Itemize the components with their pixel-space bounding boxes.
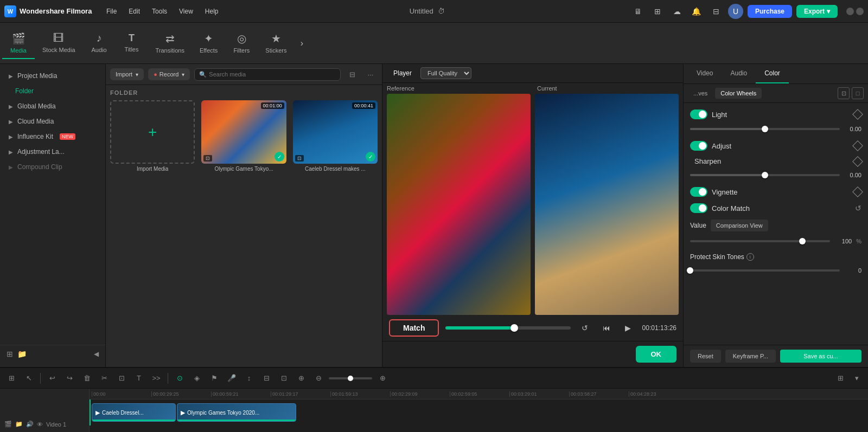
search-input[interactable] bbox=[209, 71, 336, 78]
tl-more-icon[interactable]: >> bbox=[149, 371, 163, 385]
caeleb-card[interactable]: 00:00:41 ✓ ⊡ Caeleb Dressel makes ... bbox=[293, 100, 378, 172]
protect-slider[interactable] bbox=[690, 269, 840, 272]
tl-clip-olympic[interactable]: ▶ Olympic Games Tokyo 2020... bbox=[177, 403, 296, 422]
sub-tab-color-wheels[interactable]: Color Wheels bbox=[715, 88, 762, 99]
grid-icon[interactable]: ⊞ bbox=[650, 4, 665, 19]
vignette-toggle[interactable] bbox=[690, 187, 707, 197]
slider-thumb[interactable] bbox=[510, 324, 518, 332]
protect-info-icon[interactable]: i bbox=[746, 253, 754, 261]
filter-icon[interactable]: ⊟ bbox=[345, 67, 359, 81]
menu-tools[interactable]: Tools bbox=[146, 5, 173, 17]
step-back-button[interactable]: ⏮ bbox=[599, 320, 614, 336]
tl-clip-icon[interactable]: ⊕ bbox=[294, 371, 308, 385]
player-tab[interactable]: Player bbox=[389, 67, 416, 79]
light-keyframe-icon[interactable] bbox=[852, 109, 863, 120]
tl-crop-icon[interactable]: ⊡ bbox=[114, 371, 129, 385]
tab-media[interactable]: 🎬 Media bbox=[2, 28, 35, 59]
tl-zoom-track[interactable] bbox=[329, 377, 372, 379]
tl-text-icon[interactable]: T bbox=[132, 371, 146, 385]
preview-slider[interactable] bbox=[445, 326, 570, 330]
adjust-toggle[interactable] bbox=[690, 141, 707, 151]
tl-settings-icon[interactable]: ▾ bbox=[850, 371, 864, 385]
purchase-button[interactable]: Purchase bbox=[748, 5, 792, 18]
sidebar-item-cloud-media[interactable]: ▶ Cloud Media bbox=[2, 114, 103, 128]
tab-filters[interactable]: ◎ Filters bbox=[225, 28, 258, 59]
tab-video[interactable]: Video bbox=[688, 64, 722, 83]
tl-delete-icon[interactable]: 🗑 bbox=[80, 371, 94, 385]
tl-eye-icon[interactable]: 👁 bbox=[37, 421, 43, 428]
sidebar-item-influence-kit[interactable]: ▶ Influence Kit NEW bbox=[2, 130, 103, 144]
tl-magnet-icon[interactable]: ⊙ bbox=[173, 371, 187, 385]
maximize-button[interactable] bbox=[856, 8, 864, 15]
tl-zoom-in-icon[interactable]: ⊕ bbox=[375, 371, 390, 385]
color-match-toggle[interactable] bbox=[690, 203, 707, 213]
menu-view[interactable]: View bbox=[174, 5, 199, 17]
play-button[interactable]: ▶ bbox=[621, 320, 636, 336]
minimize-button[interactable] bbox=[846, 8, 854, 15]
tl-screen-icon[interactable]: ⊡ bbox=[277, 371, 291, 385]
value-thumb[interactable] bbox=[799, 238, 806, 244]
sidebar-item-compound[interactable]: ▶ Compound Clip bbox=[2, 160, 103, 174]
sidebar-item-global-media[interactable]: ▶ Global Media bbox=[2, 99, 103, 113]
collapse-sidebar-button[interactable]: ◀ bbox=[94, 350, 99, 358]
menu-edit[interactable]: Edit bbox=[123, 5, 145, 17]
quality-select[interactable]: Full Quality bbox=[420, 67, 471, 79]
tl-mic-icon[interactable]: 🎤 bbox=[225, 371, 239, 385]
tl-group-icon[interactable]: ⊟ bbox=[259, 371, 273, 385]
tab-audio[interactable]: Audio bbox=[722, 64, 756, 83]
monitor-icon[interactable]: 🖥 bbox=[630, 4, 646, 19]
tl-zoom-out-icon[interactable]: ⊖ bbox=[311, 371, 326, 385]
rewind-button[interactable]: ↺ bbox=[577, 320, 592, 336]
bell-icon[interactable]: 🔔 bbox=[689, 4, 704, 19]
sharpen-keyframe-icon[interactable] bbox=[852, 156, 863, 167]
light-thumb[interactable] bbox=[762, 126, 768, 132]
tab-audio[interactable]: ♪ Audio bbox=[83, 28, 116, 59]
export-dropdown-arrow[interactable]: ▾ bbox=[827, 8, 830, 15]
tl-ripple-icon[interactable]: ◈ bbox=[190, 371, 204, 385]
light-slider[interactable] bbox=[690, 128, 840, 130]
tab-stock-media[interactable]: 🎞 Stock Media bbox=[35, 28, 83, 59]
sharpen-slider[interactable] bbox=[690, 174, 840, 176]
tab-titles[interactable]: T Titles bbox=[116, 28, 148, 58]
light-toggle[interactable] bbox=[690, 109, 707, 119]
sub-tab-curves[interactable]: ...ves bbox=[688, 88, 713, 99]
save-button[interactable]: Save as cu... bbox=[780, 350, 861, 363]
color-match-reset-icon[interactable]: ↺ bbox=[855, 204, 861, 212]
tab-stickers[interactable]: ★ Stickers bbox=[258, 28, 294, 59]
upload-icon[interactable]: ☁ bbox=[669, 4, 685, 19]
tl-audio-icon[interactable]: ↕ bbox=[242, 371, 256, 385]
import-button[interactable]: Import ▾ bbox=[110, 68, 144, 80]
new-folder-icon[interactable]: 📁 bbox=[17, 350, 27, 358]
more-tabs-button[interactable]: › bbox=[294, 36, 309, 51]
record-button[interactable]: ● Record ▾ bbox=[148, 68, 190, 80]
reset-button[interactable]: Reset bbox=[690, 350, 721, 363]
sidebar-item-folder[interactable]: Folder bbox=[2, 84, 103, 98]
comparison-view-button[interactable]: Comparison View bbox=[711, 220, 768, 231]
add-folder-icon[interactable]: ⊞ bbox=[7, 350, 13, 358]
tl-undo-icon[interactable]: ↩ bbox=[45, 371, 59, 385]
tl-zoom-thumb[interactable] bbox=[348, 376, 353, 381]
protect-thumb[interactable] bbox=[687, 267, 693, 274]
user-avatar[interactable]: U bbox=[728, 4, 743, 19]
tl-speaker-icon[interactable]: 🔊 bbox=[26, 421, 34, 428]
layout-icon[interactable]: ⊟ bbox=[709, 4, 724, 19]
sidebar-item-adjustment[interactable]: ▶ Adjustment La... bbox=[2, 145, 103, 159]
tl-layout-icon[interactable]: ⊞ bbox=[833, 371, 847, 385]
tl-redo-icon[interactable]: ↪ bbox=[62, 371, 76, 385]
import-thumb[interactable]: + bbox=[110, 100, 195, 164]
vignette-keyframe-icon[interactable] bbox=[852, 186, 863, 197]
tl-add-track-icon[interactable]: ⊞ bbox=[4, 371, 18, 385]
tl-flag-icon[interactable]: ⚑ bbox=[207, 371, 221, 385]
tab-transitions[interactable]: ⇄ Transitions bbox=[148, 28, 192, 59]
more-options-icon[interactable]: ··· bbox=[363, 67, 378, 81]
split-view-icon[interactable]: ⊡ bbox=[838, 87, 850, 99]
adjust-keyframe-icon[interactable] bbox=[852, 140, 863, 151]
olympic-games-card[interactable]: 00:01:00 ✓ ⊡ Olympic Games Tokyo... bbox=[201, 100, 286, 172]
tl-select-icon[interactable]: ↖ bbox=[22, 371, 36, 385]
value-slider[interactable] bbox=[690, 240, 830, 242]
keyframe-button[interactable]: Keyframe P... bbox=[725, 350, 776, 363]
tl-cut-icon[interactable]: ✂ bbox=[97, 371, 111, 385]
menu-file[interactable]: File bbox=[101, 5, 122, 17]
sidebar-item-project-media[interactable]: ▶ Project Media bbox=[2, 69, 103, 83]
match-button[interactable]: Match bbox=[389, 319, 439, 337]
